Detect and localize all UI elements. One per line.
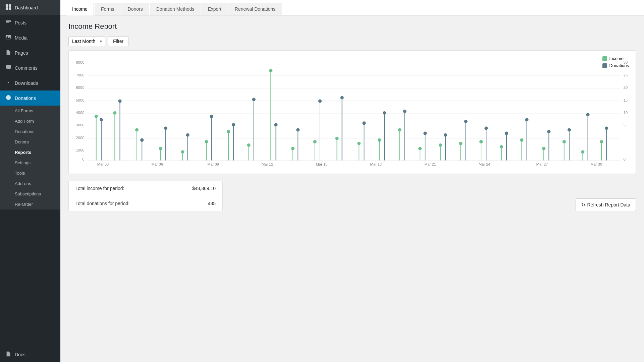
- income-legend-label: Income: [609, 56, 624, 61]
- svg-point-101: [459, 142, 462, 145]
- svg-text:0: 0: [624, 157, 626, 161]
- svg-text:8000: 8000: [76, 60, 85, 64]
- svg-text:Mar 18: Mar 18: [370, 162, 382, 166]
- svg-point-107: [484, 126, 488, 130]
- svg-point-51: [186, 133, 190, 137]
- svg-point-41: [135, 128, 139, 131]
- sidebar-item-reports[interactable]: Reports: [0, 147, 60, 158]
- svg-point-131: [605, 126, 608, 130]
- sidebar-item-all-forms[interactable]: All Forms: [0, 106, 60, 116]
- tab-renewal-donations[interactable]: Renewal Donations: [228, 3, 282, 15]
- tab-income[interactable]: Income: [66, 3, 94, 15]
- svg-point-55: [210, 115, 213, 118]
- svg-rect-2: [6, 7, 8, 10]
- sidebar-item-dashboard[interactable]: Dashboard: [0, 0, 60, 15]
- sidebar-item-pages[interactable]: Pages: [0, 45, 60, 60]
- svg-point-71: [296, 128, 300, 131]
- period-select-wrap: Last Month Last Week Last Year Custom ▼: [68, 36, 105, 46]
- period-select[interactable]: Last Month Last Week Last Year Custom: [68, 36, 105, 46]
- svg-point-129: [600, 140, 603, 143]
- svg-rect-1: [9, 4, 11, 7]
- svg-text:Mar 21: Mar 21: [424, 162, 436, 166]
- svg-point-65: [269, 69, 272, 72]
- svg-point-117: [542, 147, 545, 150]
- svg-point-123: [568, 128, 571, 131]
- refresh-report-button[interactable]: ↻ Refresh Report Data: [576, 198, 636, 211]
- legend-donations: Donations: [602, 63, 629, 68]
- svg-text:Mar 24: Mar 24: [479, 162, 490, 166]
- svg-text:10: 10: [624, 111, 628, 115]
- sidebar-item-donations[interactable]: Donations: [0, 126, 60, 137]
- svg-text:Mar 09: Mar 09: [207, 162, 219, 166]
- svg-point-127: [586, 113, 590, 116]
- svg-point-105: [479, 140, 483, 143]
- svg-text:2000: 2000: [76, 136, 85, 140]
- sidebar-item-comments[interactable]: Comments: [0, 60, 60, 75]
- chart-container: Income Donations 8000 7000 6000 5000 400…: [68, 50, 636, 174]
- svg-point-97: [439, 143, 442, 147]
- income-legend-color: [602, 56, 607, 61]
- svg-point-73: [313, 140, 317, 143]
- sidebar-item-addons[interactable]: Add-ons: [0, 178, 60, 189]
- svg-point-63: [252, 98, 256, 101]
- income-value: $48,369.10: [192, 186, 216, 191]
- svg-point-111: [505, 132, 508, 135]
- tab-export[interactable]: Export: [201, 3, 227, 15]
- sidebar-item-downloads[interactable]: Downloads: [0, 75, 60, 90]
- refresh-icon: ↻: [581, 202, 585, 207]
- sidebar-item-label: Docs: [15, 352, 25, 357]
- page-title: Income Report: [68, 22, 636, 31]
- svg-point-83: [362, 121, 366, 125]
- sidebar-item-media[interactable]: Media: [0, 30, 60, 45]
- sidebar-item-reorder[interactable]: Re-Order: [0, 199, 60, 209]
- svg-text:0: 0: [82, 157, 84, 161]
- sidebar-item-label: Dashboard: [15, 5, 38, 10]
- tab-donors[interactable]: Donors: [121, 3, 149, 15]
- tab-donation-methods[interactable]: Donation Methods: [150, 3, 201, 15]
- donations-legend-label: Donations: [609, 63, 629, 68]
- sidebar-item-posts[interactable]: Posts: [0, 15, 60, 30]
- sidebar-item-subscriptions[interactable]: Subscriptions: [0, 189, 60, 199]
- sidebar-item-add-form[interactable]: Add Form: [0, 116, 60, 126]
- svg-point-89: [398, 128, 401, 131]
- comments-icon: [5, 64, 11, 71]
- filter-row: Last Month Last Week Last Year Custom ▼ …: [68, 36, 636, 46]
- svg-point-79: [340, 96, 344, 99]
- posts-icon: [5, 19, 11, 26]
- svg-point-115: [525, 118, 529, 121]
- income-label: Total income for period:: [75, 186, 192, 191]
- svg-text:5: 5: [624, 123, 626, 127]
- svg-point-69: [291, 147, 294, 150]
- summary-row: Total income for period: $48,369.10 Tota…: [68, 181, 636, 211]
- dashboard-icon: [5, 4, 11, 11]
- sidebar-item-label: Downloads: [15, 80, 38, 86]
- svg-text:20: 20: [624, 85, 628, 89]
- sidebar-item-settings[interactable]: Settings: [0, 158, 60, 168]
- svg-point-125: [581, 150, 584, 154]
- svg-point-95: [423, 132, 427, 135]
- svg-text:Mar 27: Mar 27: [536, 162, 548, 166]
- sidebar-item-donations[interactable]: Donations: [0, 90, 60, 106]
- sidebar-item-tools[interactable]: Tools: [0, 168, 60, 178]
- sidebar-item-label: Media: [15, 35, 28, 41]
- sidebar-item-donors[interactable]: Donors: [0, 137, 60, 147]
- svg-text:7000: 7000: [76, 73, 85, 77]
- sidebar-submenu: All Forms Add Form Donations Donors Repo…: [0, 106, 60, 209]
- svg-text:3000: 3000: [76, 123, 85, 127]
- svg-text:1000: 1000: [76, 148, 85, 152]
- sidebar-item-label: Pages: [15, 50, 28, 56]
- sidebar-item-docs[interactable]: Docs: [0, 347, 60, 362]
- svg-point-37: [113, 111, 116, 115]
- sidebar: Dashboard Posts Media Pages Comments Dow…: [0, 0, 60, 362]
- svg-point-109: [500, 145, 503, 148]
- tab-forms[interactable]: Forms: [95, 3, 121, 15]
- filter-button[interactable]: Filter: [108, 36, 128, 46]
- svg-text:Mar 12: Mar 12: [262, 162, 273, 166]
- svg-point-53: [205, 140, 208, 143]
- svg-point-33: [95, 115, 98, 118]
- svg-point-93: [418, 147, 422, 150]
- svg-rect-3: [9, 7, 11, 10]
- svg-point-91: [403, 110, 407, 113]
- svg-point-59: [232, 123, 235, 126]
- income-chart: 8000 7000 6000 5000 4000 3000 2000 1000 …: [74, 56, 630, 170]
